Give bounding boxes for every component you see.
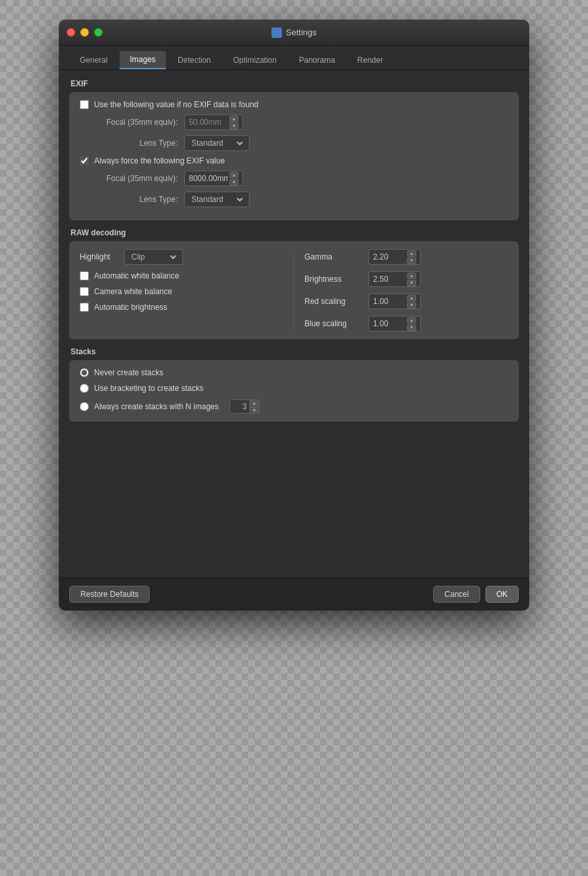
highlight-label: Highlight xyxy=(80,252,119,261)
camera-white-balance-label[interactable]: Camera white balance xyxy=(80,287,172,296)
never-create-label[interactable]: Never create stacks xyxy=(80,368,163,377)
tab-optimization[interactable]: Optimization xyxy=(223,51,287,69)
never-create-row: Never create stacks xyxy=(80,368,508,377)
use-bracketing-radio[interactable] xyxy=(80,384,89,393)
ok-button[interactable]: OK xyxy=(485,586,519,603)
raw-left-col: Highlight Clip Linear Blend xyxy=(80,249,294,331)
auto-brightness-row: Automatic brightness xyxy=(80,303,283,312)
minimize-button[interactable] xyxy=(80,28,89,37)
raw-grid: Highlight Clip Linear Blend xyxy=(80,249,508,331)
red-scaling-input[interactable] xyxy=(373,297,402,306)
camera-white-balance-checkbox[interactable] xyxy=(80,287,89,296)
always-force-checkbox[interactable] xyxy=(80,156,89,165)
brightness-down[interactable]: ▼ xyxy=(407,280,416,286)
use-exif-fallback-row: Use the following value if no EXIF data … xyxy=(80,100,508,109)
red-scaling-up[interactable]: ▲ xyxy=(407,295,416,301)
content-spacer xyxy=(69,430,519,560)
blue-scaling-input[interactable] xyxy=(373,319,402,328)
auto-white-balance-label[interactable]: Automatic white balance xyxy=(80,271,179,280)
always-create-down[interactable]: ▼ xyxy=(250,407,259,414)
tab-general[interactable]: General xyxy=(69,51,118,69)
never-create-radio[interactable] xyxy=(80,368,89,377)
focal-input-2[interactable] xyxy=(189,174,228,183)
cancel-button[interactable]: Cancel xyxy=(433,586,480,603)
always-force-text: Always force the following EXIF value xyxy=(94,156,225,165)
focal-field-2-row: Focal (35mm equiv): ▲ ▼ xyxy=(80,171,508,186)
tab-render[interactable]: Render xyxy=(347,51,393,69)
blue-scaling-spinbox[interactable]: ▲ ▼ xyxy=(368,316,421,331)
raw-right-col: Gamma ▲ ▼ Brightness xyxy=(294,249,508,331)
lens-type-select-2[interactable]: Standard Fisheye Wide Angle Telephoto xyxy=(184,192,250,207)
gamma-up[interactable]: ▲ xyxy=(407,250,416,257)
stacks-section-body: Never create stacks Use bracketing to cr… xyxy=(69,360,519,422)
always-create-up[interactable]: ▲ xyxy=(250,400,259,407)
traffic-lights xyxy=(67,28,103,37)
auto-white-balance-checkbox[interactable] xyxy=(80,271,89,280)
settings-window: Settings General Images Detection Optimi… xyxy=(59,20,529,611)
lens-type-select-input-1[interactable]: Standard Fisheye Wide Angle Telephoto xyxy=(189,138,245,148)
highlight-select-input[interactable]: Clip Linear Blend xyxy=(129,252,178,262)
window-title: Settings xyxy=(286,27,317,37)
auto-brightness-checkbox[interactable] xyxy=(80,303,89,312)
camera-white-balance-row: Camera white balance xyxy=(80,287,283,296)
auto-brightness-label[interactable]: Automatic brightness xyxy=(80,303,167,312)
camera-white-balance-text: Camera white balance xyxy=(94,287,172,296)
lens-type-select-1[interactable]: Standard Fisheye Wide Angle Telephoto xyxy=(184,135,250,151)
lens-type-field-2-row: Lens Type: Standard Fisheye Wide Angle T… xyxy=(80,192,508,207)
gamma-input[interactable] xyxy=(373,252,402,261)
gamma-arrows: ▲ ▼ xyxy=(407,250,416,264)
focal-spinbox-2[interactable]: ▲ ▼ xyxy=(184,171,243,186)
focal-label-2: Focal (35mm equiv): xyxy=(93,174,184,183)
bottom-bar: Restore Defaults Cancel OK xyxy=(59,577,529,611)
never-create-text: Never create stacks xyxy=(94,368,163,377)
focal-up-1[interactable]: ▲ xyxy=(229,116,238,122)
restore-defaults-button[interactable]: Restore Defaults xyxy=(69,586,150,603)
exif-section-title: EXIF xyxy=(69,79,519,88)
focal-down-1[interactable]: ▼ xyxy=(229,123,238,129)
auto-white-balance-text: Automatic white balance xyxy=(94,271,179,280)
highlight-select[interactable]: Clip Linear Blend xyxy=(124,249,183,265)
tab-detection[interactable]: Detection xyxy=(167,51,221,69)
always-force-row: Always force the following EXIF value xyxy=(80,156,508,165)
brightness-input[interactable] xyxy=(373,275,402,284)
lens-type-select-input-2[interactable]: Standard Fisheye Wide Angle Telephoto xyxy=(189,194,245,205)
blue-scaling-down[interactable]: ▼ xyxy=(407,324,416,331)
blue-scaling-row: Blue scaling ▲ ▼ xyxy=(304,316,508,331)
always-create-radio[interactable] xyxy=(80,402,89,411)
auto-brightness-text: Automatic brightness xyxy=(94,303,167,312)
close-button[interactable] xyxy=(67,28,75,37)
gamma-row: Gamma ▲ ▼ xyxy=(304,249,508,265)
focal-up-2[interactable]: ▲ xyxy=(229,172,238,178)
focal-input-1[interactable]: 50.00mm xyxy=(189,118,228,127)
gamma-spinbox[interactable]: ▲ ▼ xyxy=(368,249,421,265)
focal-down-2[interactable]: ▼ xyxy=(229,179,238,186)
use-bracketing-row: Use bracketing to create stacks xyxy=(80,384,508,393)
always-force-label[interactable]: Always force the following EXIF value xyxy=(80,156,225,165)
raw-section: RAW decoding Highlight Clip Linear xyxy=(69,228,519,339)
red-scaling-arrows: ▲ ▼ xyxy=(407,295,416,309)
blue-scaling-label: Blue scaling xyxy=(304,319,363,328)
main-content: EXIF Use the following value if no EXIF … xyxy=(59,70,529,571)
app-icon xyxy=(272,27,282,38)
maximize-button[interactable] xyxy=(94,28,103,37)
red-scaling-down[interactable]: ▼ xyxy=(407,302,416,309)
gamma-down[interactable]: ▼ xyxy=(407,258,416,264)
red-scaling-spinbox[interactable]: ▲ ▼ xyxy=(368,294,421,309)
tab-images[interactable]: Images xyxy=(120,51,166,69)
red-scaling-label: Red scaling xyxy=(304,297,363,306)
always-create-label[interactable]: Always create stacks with N images xyxy=(80,402,219,411)
blue-scaling-up[interactable]: ▲ xyxy=(407,317,416,324)
tab-panorama[interactable]: Panorama xyxy=(288,51,345,69)
use-exif-fallback-checkbox[interactable] xyxy=(80,100,89,109)
tabs-bar: General Images Detection Optimization Pa… xyxy=(59,46,529,70)
focal-spinbox-1[interactable]: 50.00mm ▲ ▼ xyxy=(184,114,243,130)
brightness-spinbox[interactable]: ▲ ▼ xyxy=(368,271,421,287)
gamma-label: Gamma xyxy=(304,252,363,261)
always-create-input[interactable] xyxy=(230,402,250,411)
always-create-spinbox[interactable]: ▲ ▼ xyxy=(229,399,259,414)
always-create-text: Always create stacks with N images xyxy=(94,402,219,411)
use-bracketing-label[interactable]: Use bracketing to create stacks xyxy=(80,384,203,393)
brightness-up[interactable]: ▲ xyxy=(407,273,416,279)
use-exif-fallback-label[interactable]: Use the following value if no EXIF data … xyxy=(80,100,258,109)
titlebar-title: Settings xyxy=(272,27,317,38)
